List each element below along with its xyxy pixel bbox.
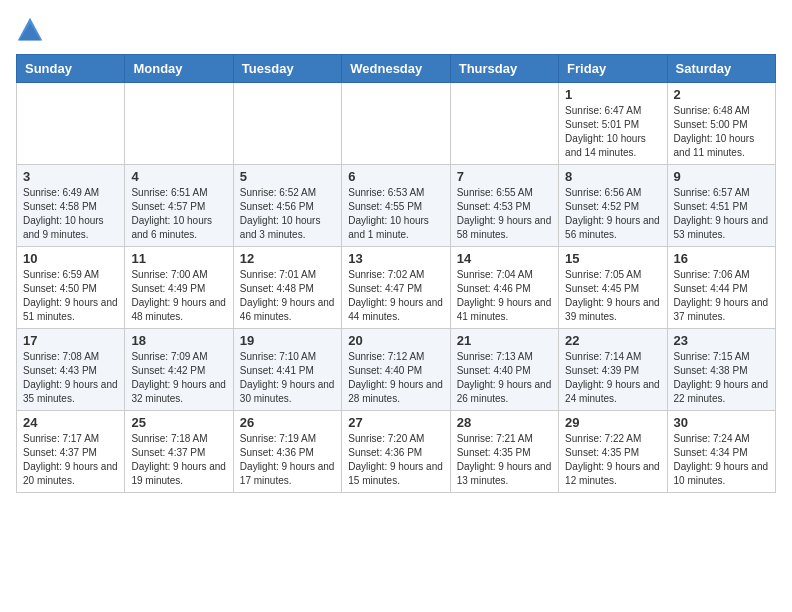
calendar-cell: 25Sunrise: 7:18 AMSunset: 4:37 PMDayligh… — [125, 411, 233, 493]
day-info: Sunrise: 7:13 AMSunset: 4:40 PMDaylight:… — [457, 350, 552, 406]
calendar-cell — [17, 83, 125, 165]
calendar-cell: 9Sunrise: 6:57 AMSunset: 4:51 PMDaylight… — [667, 165, 775, 247]
day-info: Sunrise: 7:06 AMSunset: 4:44 PMDaylight:… — [674, 268, 769, 324]
day-info: Sunrise: 7:17 AMSunset: 4:37 PMDaylight:… — [23, 432, 118, 488]
calendar-cell: 6Sunrise: 6:53 AMSunset: 4:55 PMDaylight… — [342, 165, 450, 247]
day-info: Sunrise: 6:48 AMSunset: 5:00 PMDaylight:… — [674, 104, 769, 160]
calendar-cell: 29Sunrise: 7:22 AMSunset: 4:35 PMDayligh… — [559, 411, 667, 493]
day-number: 2 — [674, 87, 769, 102]
day-number: 13 — [348, 251, 443, 266]
day-info: Sunrise: 7:19 AMSunset: 4:36 PMDaylight:… — [240, 432, 335, 488]
calendar-cell: 22Sunrise: 7:14 AMSunset: 4:39 PMDayligh… — [559, 329, 667, 411]
day-info: Sunrise: 6:52 AMSunset: 4:56 PMDaylight:… — [240, 186, 335, 242]
day-number: 20 — [348, 333, 443, 348]
day-number: 10 — [23, 251, 118, 266]
calendar-cell: 8Sunrise: 6:56 AMSunset: 4:52 PMDaylight… — [559, 165, 667, 247]
day-info: Sunrise: 6:57 AMSunset: 4:51 PMDaylight:… — [674, 186, 769, 242]
day-number: 11 — [131, 251, 226, 266]
day-number: 22 — [565, 333, 660, 348]
day-number: 25 — [131, 415, 226, 430]
day-info: Sunrise: 7:20 AMSunset: 4:36 PMDaylight:… — [348, 432, 443, 488]
day-number: 19 — [240, 333, 335, 348]
logo-icon — [16, 16, 44, 44]
day-number: 30 — [674, 415, 769, 430]
calendar-cell: 16Sunrise: 7:06 AMSunset: 4:44 PMDayligh… — [667, 247, 775, 329]
calendar-cell: 10Sunrise: 6:59 AMSunset: 4:50 PMDayligh… — [17, 247, 125, 329]
day-number: 27 — [348, 415, 443, 430]
day-info: Sunrise: 6:53 AMSunset: 4:55 PMDaylight:… — [348, 186, 443, 242]
col-header-thursday: Thursday — [450, 55, 558, 83]
calendar-cell: 28Sunrise: 7:21 AMSunset: 4:35 PMDayligh… — [450, 411, 558, 493]
col-header-tuesday: Tuesday — [233, 55, 341, 83]
day-info: Sunrise: 6:55 AMSunset: 4:53 PMDaylight:… — [457, 186, 552, 242]
day-number: 28 — [457, 415, 552, 430]
calendar-cell: 15Sunrise: 7:05 AMSunset: 4:45 PMDayligh… — [559, 247, 667, 329]
calendar-cell: 24Sunrise: 7:17 AMSunset: 4:37 PMDayligh… — [17, 411, 125, 493]
calendar-cell: 12Sunrise: 7:01 AMSunset: 4:48 PMDayligh… — [233, 247, 341, 329]
calendar-cell: 11Sunrise: 7:00 AMSunset: 4:49 PMDayligh… — [125, 247, 233, 329]
day-number: 5 — [240, 169, 335, 184]
day-number: 29 — [565, 415, 660, 430]
day-info: Sunrise: 7:01 AMSunset: 4:48 PMDaylight:… — [240, 268, 335, 324]
day-number: 8 — [565, 169, 660, 184]
day-info: Sunrise: 7:05 AMSunset: 4:45 PMDaylight:… — [565, 268, 660, 324]
day-info: Sunrise: 6:59 AMSunset: 4:50 PMDaylight:… — [23, 268, 118, 324]
calendar-cell: 26Sunrise: 7:19 AMSunset: 4:36 PMDayligh… — [233, 411, 341, 493]
calendar-cell: 13Sunrise: 7:02 AMSunset: 4:47 PMDayligh… — [342, 247, 450, 329]
day-number: 12 — [240, 251, 335, 266]
col-header-saturday: Saturday — [667, 55, 775, 83]
calendar-cell: 7Sunrise: 6:55 AMSunset: 4:53 PMDaylight… — [450, 165, 558, 247]
calendar-cell: 5Sunrise: 6:52 AMSunset: 4:56 PMDaylight… — [233, 165, 341, 247]
day-number: 16 — [674, 251, 769, 266]
calendar-cell: 1Sunrise: 6:47 AMSunset: 5:01 PMDaylight… — [559, 83, 667, 165]
day-info: Sunrise: 6:51 AMSunset: 4:57 PMDaylight:… — [131, 186, 226, 242]
day-info: Sunrise: 7:14 AMSunset: 4:39 PMDaylight:… — [565, 350, 660, 406]
day-info: Sunrise: 6:49 AMSunset: 4:58 PMDaylight:… — [23, 186, 118, 242]
logo — [16, 16, 48, 44]
day-info: Sunrise: 7:04 AMSunset: 4:46 PMDaylight:… — [457, 268, 552, 324]
day-info: Sunrise: 7:18 AMSunset: 4:37 PMDaylight:… — [131, 432, 226, 488]
calendar-cell: 23Sunrise: 7:15 AMSunset: 4:38 PMDayligh… — [667, 329, 775, 411]
calendar-cell: 30Sunrise: 7:24 AMSunset: 4:34 PMDayligh… — [667, 411, 775, 493]
day-number: 4 — [131, 169, 226, 184]
col-header-wednesday: Wednesday — [342, 55, 450, 83]
calendar-cell — [450, 83, 558, 165]
day-info: Sunrise: 7:22 AMSunset: 4:35 PMDaylight:… — [565, 432, 660, 488]
day-info: Sunrise: 6:47 AMSunset: 5:01 PMDaylight:… — [565, 104, 660, 160]
calendar-cell: 17Sunrise: 7:08 AMSunset: 4:43 PMDayligh… — [17, 329, 125, 411]
day-number: 23 — [674, 333, 769, 348]
calendar-cell: 4Sunrise: 6:51 AMSunset: 4:57 PMDaylight… — [125, 165, 233, 247]
calendar-cell: 27Sunrise: 7:20 AMSunset: 4:36 PMDayligh… — [342, 411, 450, 493]
calendar-cell — [125, 83, 233, 165]
col-header-sunday: Sunday — [17, 55, 125, 83]
day-info: Sunrise: 7:09 AMSunset: 4:42 PMDaylight:… — [131, 350, 226, 406]
day-number: 17 — [23, 333, 118, 348]
day-info: Sunrise: 7:00 AMSunset: 4:49 PMDaylight:… — [131, 268, 226, 324]
day-info: Sunrise: 7:10 AMSunset: 4:41 PMDaylight:… — [240, 350, 335, 406]
day-number: 21 — [457, 333, 552, 348]
day-number: 24 — [23, 415, 118, 430]
calendar-table: SundayMondayTuesdayWednesdayThursdayFrid… — [16, 54, 776, 493]
calendar-cell: 18Sunrise: 7:09 AMSunset: 4:42 PMDayligh… — [125, 329, 233, 411]
day-info: Sunrise: 7:21 AMSunset: 4:35 PMDaylight:… — [457, 432, 552, 488]
calendar-cell — [342, 83, 450, 165]
col-header-monday: Monday — [125, 55, 233, 83]
day-number: 14 — [457, 251, 552, 266]
calendar-cell: 19Sunrise: 7:10 AMSunset: 4:41 PMDayligh… — [233, 329, 341, 411]
day-number: 6 — [348, 169, 443, 184]
day-info: Sunrise: 7:02 AMSunset: 4:47 PMDaylight:… — [348, 268, 443, 324]
calendar-cell: 3Sunrise: 6:49 AMSunset: 4:58 PMDaylight… — [17, 165, 125, 247]
day-number: 18 — [131, 333, 226, 348]
day-info: Sunrise: 7:12 AMSunset: 4:40 PMDaylight:… — [348, 350, 443, 406]
day-info: Sunrise: 7:24 AMSunset: 4:34 PMDaylight:… — [674, 432, 769, 488]
calendar-cell: 2Sunrise: 6:48 AMSunset: 5:00 PMDaylight… — [667, 83, 775, 165]
calendar-cell: 14Sunrise: 7:04 AMSunset: 4:46 PMDayligh… — [450, 247, 558, 329]
calendar-cell: 20Sunrise: 7:12 AMSunset: 4:40 PMDayligh… — [342, 329, 450, 411]
day-number: 9 — [674, 169, 769, 184]
day-number: 3 — [23, 169, 118, 184]
day-number: 26 — [240, 415, 335, 430]
col-header-friday: Friday — [559, 55, 667, 83]
header — [16, 16, 776, 44]
day-info: Sunrise: 7:08 AMSunset: 4:43 PMDaylight:… — [23, 350, 118, 406]
calendar-cell — [233, 83, 341, 165]
